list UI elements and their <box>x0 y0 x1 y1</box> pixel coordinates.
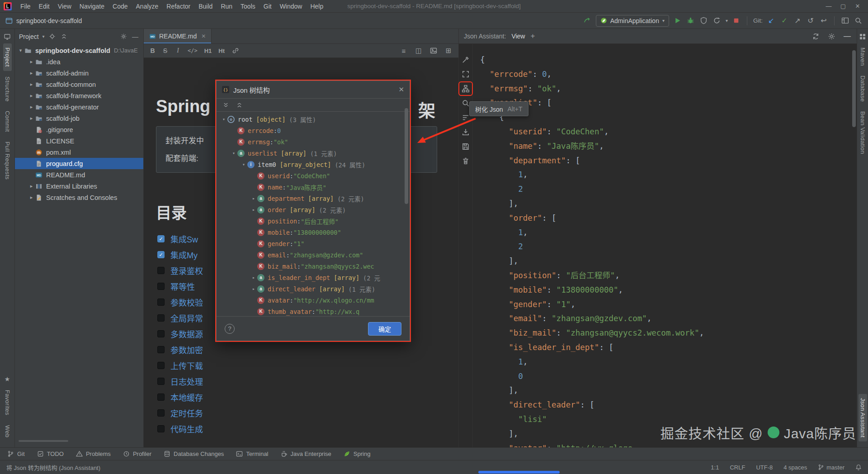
checklist-item[interactable]: ✓集成My <box>157 246 203 262</box>
horizontal-scrollbar[interactable] <box>19 440 68 442</box>
chevron-down-icon[interactable]: ▾ <box>42 34 45 39</box>
dialog-tree-item[interactable]: Kmobile: "13800000000" <box>217 227 410 238</box>
menu-help[interactable]: Help <box>306 2 327 11</box>
import-icon[interactable] <box>460 126 472 138</box>
checklist-label[interactable]: 代码生成 <box>170 423 203 435</box>
layout-button[interactable] <box>840 16 849 25</box>
tree-arrow-icon[interactable]: ▸ <box>28 81 35 87</box>
stripe-item-web[interactable]: Web <box>3 421 12 441</box>
git-commit-button[interactable]: ✓ <box>780 16 789 25</box>
project-tree-item[interactable]: ▸scaffold-framework <box>15 90 143 101</box>
checklist-label[interactable]: 日志处理 <box>170 375 203 387</box>
checklist-item[interactable]: 参数加密 <box>157 341 203 357</box>
collapse-all-icon[interactable] <box>60 33 68 41</box>
dialog-tree-item[interactable]: Kerrmsg: "ok" <box>217 136 410 147</box>
collapse-all-icon[interactable] <box>236 102 243 109</box>
file-encoding[interactable]: UTF-8 <box>756 464 773 471</box>
checklist-item[interactable]: 本地缓存 <box>157 389 203 405</box>
git-push-button[interactable]: ↗ <box>793 16 802 25</box>
tree-arrow-icon[interactable]: ▸ <box>28 93 35 99</box>
checklist-label[interactable]: 本地缓存 <box>170 391 203 403</box>
json-view-editor[interactable]: { "errcode": 0, "errmsg": "ok", "userlis… <box>473 44 857 447</box>
checkbox-icon[interactable] <box>157 330 165 337</box>
image-icon[interactable] <box>429 47 438 55</box>
project-tree-item[interactable]: ▸External Libraries <box>15 180 143 192</box>
minimize-icon[interactable]: — <box>822 1 835 12</box>
md-tool-ht[interactable]: Ht <box>218 47 225 54</box>
tree-arrow-icon[interactable]: ▸ <box>250 196 257 201</box>
checkbox-icon[interactable] <box>157 409 165 417</box>
project-tree-item[interactable]: ▸scaffold-job <box>15 113 143 124</box>
checkbox-icon[interactable] <box>157 378 165 385</box>
tree-arrow-icon[interactable]: ▾ <box>220 117 227 122</box>
tab-readme[interactable]: MD README.md ✕ <box>144 29 212 43</box>
coverage-button[interactable] <box>699 16 708 25</box>
close-tab-icon[interactable]: ✕ <box>201 33 206 39</box>
sync-icon[interactable] <box>811 32 820 41</box>
project-tree-item[interactable]: MDREADME.md <box>15 169 143 180</box>
vertical-scrollbar[interactable] <box>852 50 856 127</box>
dialog-tree-item[interactable]: ▾oroot[object](3 属性) <box>217 114 410 125</box>
project-stripe-icon[interactable] <box>4 33 11 41</box>
ok-button[interactable]: 确定 <box>368 322 401 336</box>
dialog-tree-item[interactable]: Kposition: "后台工程师" <box>217 215 410 227</box>
dialog-tree-item[interactable]: ▸adirect_leader[array](1 元素) <box>217 283 410 294</box>
checklist-item[interactable]: 幂等性 <box>157 278 203 294</box>
tab-view[interactable]: View <box>511 33 525 40</box>
tool-window-button-java-enterprise[interactable]: Java Enterprise <box>281 450 331 457</box>
checklist-label[interactable]: 全局异常 <box>170 312 203 324</box>
run-button[interactable] <box>673 16 682 25</box>
menu-code[interactable]: Code <box>108 2 132 11</box>
tree-arrow-icon[interactable]: ▸ <box>28 194 35 200</box>
add-tab-button[interactable]: + <box>530 32 535 41</box>
tree-arrow-icon[interactable]: ▸ <box>250 207 257 212</box>
stripe-item-json-assistant[interactable]: Json Assistant <box>859 394 867 441</box>
dialog-tree-item[interactable]: Kerrcode: 0 <box>217 125 410 136</box>
dialog-tree-item[interactable]: Kgender: "1" <box>217 238 410 249</box>
menu-refactor[interactable]: Refactor <box>162 2 194 11</box>
stripe-item-database[interactable]: Database <box>859 71 867 106</box>
dialog-tree-item[interactable]: Kuserid: "CodeChen" <box>217 170 410 181</box>
tool-window-button-database-changes[interactable]: Database Changes <box>164 450 224 457</box>
md-tool-s[interactable]: S <box>162 47 168 54</box>
checklist-label[interactable]: 登录鉴权 <box>170 265 203 276</box>
help-button[interactable]: ? <box>225 324 235 334</box>
project-tree-item[interactable]: ▾springboot-dev-scaffoldD:\JavaE <box>15 45 143 56</box>
tool-window-button-git[interactable]: Git <box>7 450 25 457</box>
project-tree-item[interactable]: LICENSE <box>15 135 143 147</box>
checklist-label[interactable]: 参数加密 <box>170 344 203 356</box>
project-tree-item[interactable]: .gitignore <box>15 124 143 135</box>
dialog-tree-item[interactable]: ▸aorder[array](2 元素) <box>217 204 410 215</box>
dialog-tree-item[interactable]: Kemail: "zhangsan@gzdev.com" <box>217 249 410 261</box>
load-maven-changes-icon[interactable] <box>583 16 592 25</box>
stripe-item-maven[interactable]: Maven <box>859 43 867 70</box>
checklist-item[interactable]: ✓集成Sw <box>157 231 203 246</box>
dialog-tree-item[interactable]: ▾iitem0[array_object](24 属性) <box>217 159 410 170</box>
split-view-icon[interactable]: ◫ <box>415 47 423 55</box>
stripe-item-bean-validation[interactable]: Bean Validation <box>859 107 867 158</box>
stripe-item-structure[interactable]: Structure <box>3 72 12 105</box>
tree-arrow-icon[interactable]: ▸ <box>28 104 35 110</box>
dialog-tree-item[interactable]: Kthumb_avatar: "http://wx.q <box>217 306 410 316</box>
dialog-tree-item[interactable]: Kavatar: "http://wx.qlogo.cn/mm <box>217 294 410 306</box>
save-icon[interactable] <box>460 141 472 152</box>
json-code[interactable]: { "errcode": 0, "errmsg": "ok", "userlis… <box>473 44 857 447</box>
checkbox-icon[interactable] <box>157 393 165 401</box>
menu-navigate[interactable]: Navigate <box>75 2 108 11</box>
git-update-button[interactable]: ↙ <box>767 16 776 25</box>
checklist-label[interactable]: 集成My <box>170 249 198 261</box>
project-tree-item[interactable]: proguard.cfg <box>15 158 143 169</box>
checklist-label[interactable]: 幂等性 <box>170 280 195 292</box>
tool-window-button-profiler[interactable]: Profiler <box>123 450 151 457</box>
git-rollback-button[interactable]: ↩ <box>819 16 828 25</box>
menu-git[interactable]: Git <box>259 2 276 11</box>
checkbox-icon[interactable] <box>157 362 165 369</box>
maximize-icon[interactable]: ▢ <box>836 1 850 12</box>
project-tree-item[interactable]: ▸scaffold-admin <box>15 67 143 79</box>
checklist-item[interactable]: 日志处理 <box>157 373 203 389</box>
dialog-tree-item[interactable]: ▸ais_leader_in_dept[array](2 元 <box>217 272 410 283</box>
checklist-item[interactable]: 上传下载 <box>157 357 203 373</box>
table-icon[interactable]: ⊞ <box>444 47 453 55</box>
run-configuration-selector[interactable]: AdminApplication ▾ <box>596 15 669 27</box>
close-icon[interactable]: ✕ <box>851 1 864 12</box>
